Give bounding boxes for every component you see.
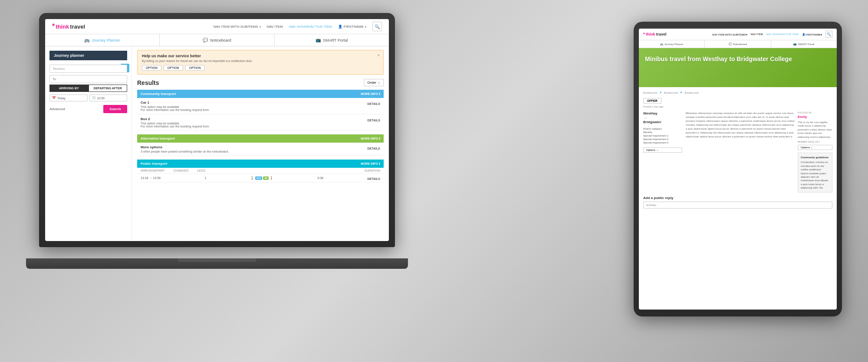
bus-51x-badge: 51X xyxy=(255,176,263,180)
breadcrumb-1[interactable]: Breadcrumb xyxy=(643,91,658,94)
journey-tab-label: Journey Planner xyxy=(92,38,120,42)
logo-asterisk: * xyxy=(52,23,55,30)
advanced-label[interactable]: Advanced xyxy=(49,107,65,111)
tablet-noticeboard-label: Noticeboard xyxy=(733,43,747,46)
date-time-row: 📅 Today 🕙 22:00 xyxy=(49,95,127,101)
public-item-1: 13:18 → 13:59 1 🚶 51X 86 🚶 0:36 DETAILS xyxy=(137,174,384,183)
tablet-logo-think: think xyxy=(646,32,655,36)
tablet-nav-2[interactable]: NAV ITEM xyxy=(751,33,763,36)
car1-details[interactable]: DETAILS xyxy=(368,102,380,105)
notification-options: OPTION OPTION OPTION xyxy=(142,65,379,71)
tab-journey-planner[interactable]: 🚌 Journey Planner xyxy=(45,34,160,46)
tablet-tabs: 🚌 Journey Planner 💬 Noticeboard 📺 SMART … xyxy=(639,40,837,48)
alt-section-header: Alternative transport MORE INFO ℹ xyxy=(137,134,384,143)
arriving-by-toggle[interactable]: ARRIVING BY xyxy=(49,85,89,92)
alt-details[interactable]: DETAILS xyxy=(368,147,380,150)
time-field[interactable]: 🕙 22:00 xyxy=(89,95,128,101)
close-notification-button[interactable]: × xyxy=(377,53,380,58)
reply-section: Add a public reply xyxy=(643,196,832,209)
poster-options-dropdown[interactable]: Options ↓ xyxy=(798,145,832,150)
col-legs: LEGS xyxy=(197,169,205,172)
smart-tab-icon: 📺 xyxy=(316,38,321,42)
date-value: Today xyxy=(57,97,66,100)
option-btn-3[interactable]: OPTION xyxy=(185,65,205,71)
more-options-desc: 3 other people have posted something sim… xyxy=(141,150,229,153)
tablet-journey-icon: 🚌 xyxy=(660,42,663,46)
option-btn-2[interactable]: OPTION xyxy=(164,65,183,71)
from-input[interactable] xyxy=(49,65,127,73)
alt-more-info[interactable]: MORE INFO ℹ xyxy=(361,137,380,140)
nav-item-4[interactable]: 👤 FIRSTNAME xyxy=(338,25,366,29)
reply-input[interactable] xyxy=(643,202,832,209)
alt-item-1: More options 3 other people have posted … xyxy=(137,143,384,156)
option-btn-1[interactable]: OPTION xyxy=(142,65,161,71)
date-field[interactable]: 📅 Today xyxy=(49,95,88,101)
tablet-search-icon[interactable]: 🔍 xyxy=(825,31,832,38)
nav-caret-4 xyxy=(365,25,366,29)
meta-list: District category Monthly Special requir… xyxy=(643,127,682,144)
departing-after-toggle[interactable]: DEPARTING AFTER xyxy=(89,85,128,92)
col-changes: CHANGES xyxy=(174,169,189,172)
car1-desc1: This option may be available. xyxy=(141,105,209,108)
results-header: Results Order ↓ xyxy=(137,79,384,86)
order-button[interactable]: Order ↓ xyxy=(364,79,384,86)
journey-tab-icon: 🚌 xyxy=(84,38,89,42)
reply-title: Add a public reply xyxy=(643,196,832,200)
nav-item-2[interactable]: NAV ITEM xyxy=(267,25,283,29)
tablet-logo-travel: travel xyxy=(656,32,666,36)
alt-info-icon: ℹ xyxy=(379,137,380,140)
laptop-tabs: 🚌 Journey Planner 💬 Noticeboard 📺 SMART … xyxy=(45,34,389,46)
public-details[interactable]: DETAILS xyxy=(368,177,380,180)
tablet-nav-1[interactable]: NAV ITEM WITH SUBITEMS▾ xyxy=(712,33,747,36)
tab-noticeboard[interactable]: 💬 Noticeboard xyxy=(160,34,274,46)
posted-by-box: POSTED BY Emily This is my bio una sagit… xyxy=(798,111,832,192)
options-label: Options xyxy=(646,149,655,151)
guidelines-text: Consectetur a lectus sit conubia taciti … xyxy=(801,160,829,189)
tablet-nav-3[interactable]: NAV HOVER/ACTIVE ITEM xyxy=(766,33,798,36)
col-duration: DURATION xyxy=(365,169,380,172)
order-label: Order xyxy=(368,81,376,85)
laptop-body: * think travel NAV ITEM WITH SUBITEMS NA… xyxy=(39,13,395,247)
time-value: 22:00 xyxy=(97,97,105,100)
journey-panel: Journey planner ⇅ ARRIVING BY DEPARTING … xyxy=(45,46,132,240)
bus2-details[interactable]: DETAILS xyxy=(368,119,380,122)
community-more-info[interactable]: MORE INFO ℹ xyxy=(361,92,380,96)
nav-item-3[interactable]: NAV HOVER/ACTIVE ITEM xyxy=(289,25,332,29)
time-toggle: ARRIVING BY DEPARTING AFTER xyxy=(49,85,127,92)
public-more-info[interactable]: MORE INFO ℹ xyxy=(361,162,380,166)
meta-2: Monthly xyxy=(643,131,682,134)
offer-badge: OFFER xyxy=(643,98,661,104)
breadcrumb-2[interactable]: Breadcrumb xyxy=(664,91,678,94)
poster-options-arrow: ↓ xyxy=(811,146,812,149)
logo-think: think xyxy=(56,23,69,30)
laptop-screen: * think travel NAV ITEM WITH SUBITEMS NA… xyxy=(45,19,389,241)
tab-smart-portal[interactable]: 📺 SMART Portal xyxy=(275,34,389,46)
car1-desc2: For more information use the booking req… xyxy=(141,108,209,111)
noticeboard-tab-label: Noticeboard xyxy=(210,38,231,42)
poster-options-label: Options xyxy=(801,146,810,149)
nav-item-1[interactable]: NAV ITEM WITH SUBITEMS xyxy=(214,25,261,29)
advanced-search-row: Advanced Search xyxy=(49,105,127,113)
tablet-tab-noticeboard[interactable]: 💬 Noticeboard xyxy=(705,40,771,48)
breadcrumb-sep-1: ✦ xyxy=(659,91,662,95)
route-arrow-icon: → xyxy=(643,115,682,120)
search-button[interactable]: Search xyxy=(103,105,127,113)
tablet-tab-smart[interactable]: 📺 SMART Portal xyxy=(771,40,837,48)
public-info-icon: ℹ xyxy=(379,162,380,166)
search-icon-btn[interactable]: 🔍 xyxy=(372,22,382,31)
route-options-dropdown[interactable]: Options ↓ xyxy=(643,147,682,153)
laptop-main-content: Journey planner ⇅ ARRIVING BY DEPARTING … xyxy=(45,46,389,240)
options-arrow: ↓ xyxy=(657,149,658,151)
transport-icons: 🚶 51X 86 🚶 xyxy=(250,176,273,180)
tablet-nav-4[interactable]: 👤 FIRSTNAME▾ xyxy=(802,33,822,36)
breadcrumb-3[interactable]: Breadcrumb xyxy=(684,91,699,94)
col-arrive: ARRIVE/DEPART xyxy=(141,169,165,172)
meta-4: Special requirement 2 xyxy=(643,138,682,140)
main-description: Bibendum ullamcorper sociosqu senectus a… xyxy=(686,111,795,192)
tablet-smart-icon: 📺 xyxy=(793,42,796,46)
breadcrumb: Breadcrumb ✦ Breadcrumb ✦ Breadcrumb xyxy=(643,91,832,95)
tablet-tab-journey[interactable]: 🚌 Journey Planner xyxy=(639,40,705,48)
noticeboard-tab-icon: 💬 xyxy=(203,38,208,42)
to-input[interactable] xyxy=(49,75,127,83)
nav-caret-1 xyxy=(260,25,261,29)
